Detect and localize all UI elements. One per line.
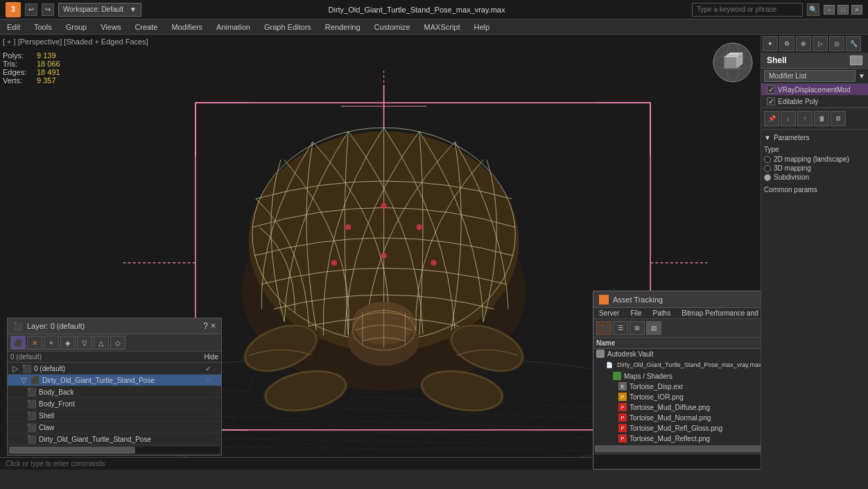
edges-label: Edges:: [3, 68, 34, 76]
layer-item-turtle-pose[interactable]: ⬛ Dirty_Old_Giant_Turtle_Stand_Pose ···: [8, 434, 221, 445]
asset-tracking-icon: [599, 295, 609, 304]
layer-tool-highlight[interactable]: ◈: [60, 336, 76, 350]
toolbar-undo[interactable]: ↩: [25, 3, 37, 16]
layer-item-claw[interactable]: ⬛ Claw ···: [8, 422, 221, 434]
at-row-disp[interactable]: E Tortoise_Disp.exr Found: [593, 381, 761, 392]
layer-scrollbar-thumb[interactable]: [9, 447, 135, 454]
panel-tab-hierarchy[interactable]: ⊕: [796, 36, 811, 51]
at-tool-vault[interactable]: ⬛: [596, 321, 611, 335]
at-tool-grid[interactable]: ⊞: [630, 321, 645, 335]
modifier-list-dropdown-arrow[interactable]: ▼: [858, 72, 865, 80]
layer-panel-title: ⬛ Layer: 0 (default): [13, 322, 85, 331]
menu-item-create[interactable]: Create: [128, 19, 164, 35]
modifier-vray-checkbox[interactable]: ✓: [767, 85, 775, 94]
layer-panel-help[interactable]: ?: [203, 321, 208, 331]
modifier-poly-checkbox[interactable]: ✓: [767, 97, 775, 105]
at-row-ior[interactable]: P Tortoise_IOR.png Found: [593, 392, 761, 402]
radio-subdivision[interactable]: Subdivision: [764, 173, 865, 182]
radio-subdivision-dot[interactable]: [764, 174, 771, 181]
at-row-main-file[interactable]: 📄 Dirty_Old_Giant_Turtle_Stand_Pose_max_…: [593, 359, 761, 371]
at-toolbar: ⬛ ☰ ⊞ ▤ ? ⚙: [593, 319, 761, 338]
at-row-reflect[interactable]: P Tortoise_Mud_Reflect.png Found: [593, 434, 761, 444]
at-row-vault[interactable]: Autodesk Vault Logged O...: [593, 349, 761, 359]
toolbar-redo[interactable]: ↪: [42, 3, 54, 16]
layer-tool-add[interactable]: +: [44, 336, 59, 350]
panel-delete-button[interactable]: 🗑: [814, 111, 829, 126]
panel-tab-display[interactable]: ◎: [829, 36, 844, 51]
at-row-diffuse[interactable]: P Tortoise_Mud_Diffuse.png Found: [593, 402, 761, 413]
at-menu-bitmap[interactable]: Bitmap Performance and Memory: [676, 308, 761, 318]
at-row-refl-gloss[interactable]: P Tortoise_Mud_Refl_Gloss.png Found: [593, 423, 761, 434]
at-menu-paths[interactable]: Paths: [648, 308, 677, 318]
layer-tool-move-down[interactable]: ▽: [77, 336, 92, 350]
layer-item-turtle-group[interactable]: ▽ ⬛ Dirty_Old_Giant_Turtle_Stand_Pose □ …: [8, 375, 221, 386]
at-row-normal[interactable]: P Tortoise_Mud_Normal.png Found: [593, 413, 761, 423]
layer-tool-icon[interactable]: ⬛: [10, 336, 26, 350]
panel-pin-button[interactable]: 📌: [764, 111, 779, 126]
menu-item-modifiers[interactable]: Modifiers: [164, 19, 209, 35]
asset-tracking-title: Asset Tracking: [599, 295, 663, 304]
layer-tool-delete[interactable]: ✕: [27, 336, 42, 350]
panel-tab-create[interactable]: ✦: [763, 36, 778, 51]
at-scrollbar[interactable]: [595, 445, 761, 452]
parameters-title: Parameters: [774, 134, 810, 141]
panel-tab-motion[interactable]: ▷: [813, 36, 828, 51]
layer-object-icon-3: ⬛: [27, 411, 37, 420]
at-tool-list[interactable]: ☰: [613, 321, 628, 335]
app-logo: 3: [6, 2, 21, 17]
at-menu-file[interactable]: File: [625, 308, 647, 318]
panel-configure-button[interactable]: ⚙: [831, 111, 846, 126]
menu-item-edit[interactable]: Edit: [0, 19, 27, 35]
viewport-navigation-widget[interactable]: [712, 42, 754, 83]
radio-3d-mapping[interactable]: 3D mapping: [764, 164, 865, 173]
radio-2d-dot[interactable]: [764, 156, 771, 163]
layer-item-default[interactable]: ▷ ⬛ 0 (default) ✓ ···: [8, 363, 221, 375]
type-label: Type: [764, 146, 865, 153]
panel-move-down-button[interactable]: ↓: [781, 111, 796, 126]
maximize-button[interactable]: □: [837, 5, 849, 15]
search-button[interactable]: 🔍: [807, 3, 819, 16]
svg-point-48: [331, 260, 337, 266]
menu-item-help[interactable]: Help: [467, 19, 497, 35]
layer-scrollbar[interactable]: [9, 447, 220, 454]
at-menu-server[interactable]: Server: [593, 308, 625, 318]
layer-item-body-front[interactable]: ⬛ Body_Front ···: [8, 398, 221, 410]
layer-panel-close[interactable]: ×: [211, 321, 216, 331]
at-scrollbar-thumb[interactable]: [595, 445, 761, 452]
menu-item-animation[interactable]: Animation: [209, 19, 257, 35]
at-row-maps-shaders[interactable]: Maps / Shaders: [593, 371, 761, 381]
viewport[interactable]: [ + ] [Perspective] [Shaded + Edged Face…: [0, 35, 761, 470]
modifier-item-poly[interactable]: ✓ Editable Poly: [761, 96, 868, 108]
radio-2d-mapping[interactable]: 2D mapping (landscape): [764, 155, 865, 164]
menu-item-views[interactable]: Views: [94, 19, 128, 35]
layer-toolbar: ⬛ ✕ + ◈ ▽ △ ◇: [8, 334, 221, 352]
layer-tool-select[interactable]: ◇: [110, 336, 125, 350]
panel-tab-utilities[interactable]: 🔧: [846, 36, 861, 51]
panel-tab-modify[interactable]: ⚙: [779, 36, 795, 51]
modifier-vray-label: VRayDisplacementMod: [778, 86, 851, 94]
radio-3d-dot[interactable]: [764, 165, 771, 172]
asset-tracking-header: Asset Tracking − □ ×: [593, 291, 761, 308]
menu-item-customize[interactable]: Customize: [367, 19, 417, 35]
menu-item-maxscript[interactable]: MAXScript: [417, 19, 467, 35]
at-tool-details[interactable]: ▤: [646, 321, 661, 335]
layer-tool-move-up[interactable]: △: [94, 336, 109, 350]
minimize-button[interactable]: −: [824, 5, 835, 15]
menu-item-tools[interactable]: Tools: [27, 19, 59, 35]
close-button[interactable]: ×: [851, 5, 862, 15]
params-collapse-icon[interactable]: ▼: [764, 134, 771, 141]
menu-item-group[interactable]: Group: [59, 19, 94, 35]
shell-color-swatch[interactable]: [850, 55, 862, 65]
layer-item-shell[interactable]: ⬛ Shell ···: [8, 410, 221, 422]
panel-move-up-button[interactable]: ↑: [797, 111, 813, 126]
menu-item-graph-editors[interactable]: Graph Editors: [257, 19, 318, 35]
modifier-item-vray[interactable]: ✓ VRayDisplacementMod: [761, 84, 868, 96]
workspace-dropdown[interactable]: Workspace: Default ▼: [58, 3, 141, 17]
layer-object-icon-5: ⬛: [27, 434, 37, 444]
layer-item-body-back[interactable]: ⬛ Body_Back ···: [8, 386, 221, 398]
menu-item-rendering[interactable]: Rendering: [318, 19, 367, 35]
command-panel: ✦ ⚙ ⊕ ▷ ◎ 🔧 Shell Modifier List ▼ ✓ VRay…: [761, 35, 868, 470]
layer-panel-icon: ⬛: [13, 322, 23, 331]
title-bar: 3 ↩ ↪ Workspace: Default ▼ Dirty_Old_Gia…: [0, 0, 868, 19]
search-input[interactable]: [692, 3, 803, 17]
